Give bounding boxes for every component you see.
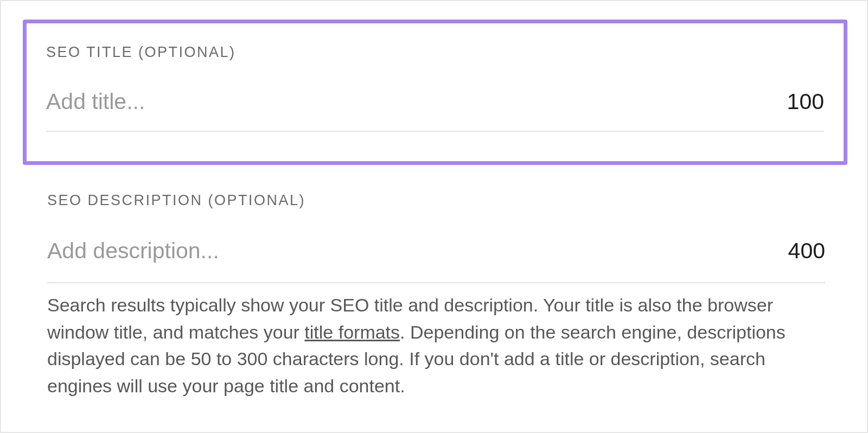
- seo-title-char-count: 100: [787, 89, 824, 114]
- title-formats-link[interactable]: title formats: [304, 322, 400, 342]
- seo-description-char-count: 400: [788, 238, 825, 264]
- seo-description-input[interactable]: [47, 238, 709, 264]
- seo-title-input[interactable]: [46, 89, 707, 114]
- seo-description-row: 400: [47, 238, 825, 283]
- seo-description-section: SEO DESCRIPTION (OPTIONAL) 400 Search re…: [47, 192, 825, 400]
- seo-title-section: SEO TITLE (OPTIONAL) 100: [23, 20, 847, 165]
- seo-title-row: 100: [46, 89, 824, 132]
- seo-title-label: SEO TITLE (OPTIONAL): [46, 44, 824, 61]
- seo-help-text: Search results typically show your SEO t…: [47, 292, 825, 400]
- seo-description-label: SEO DESCRIPTION (OPTIONAL): [47, 192, 825, 209]
- seo-settings-panel: SEO TITLE (OPTIONAL) 100 SEO DESCRIPTION…: [0, 0, 868, 433]
